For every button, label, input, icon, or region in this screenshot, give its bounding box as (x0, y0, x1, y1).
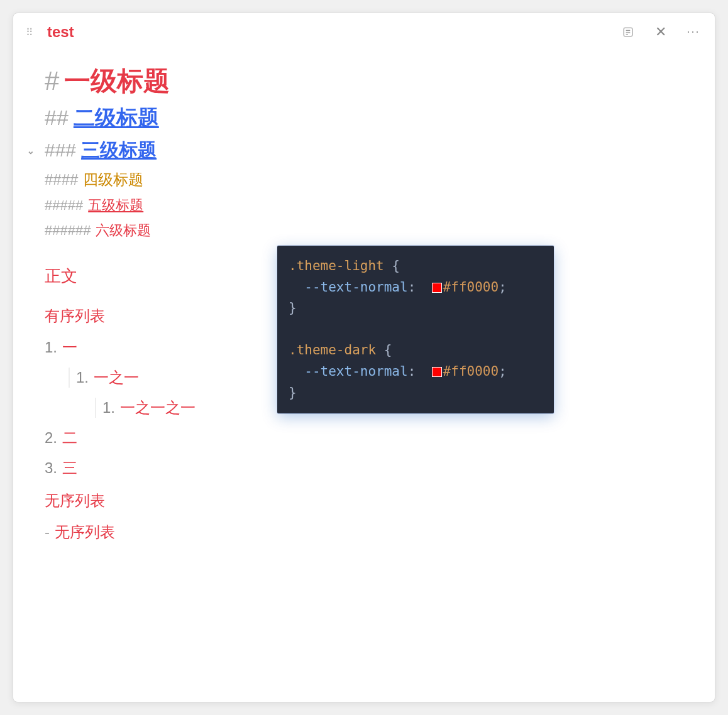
code-line (289, 319, 543, 341)
heading-4-text: 四级标题 (83, 170, 143, 190)
list-text: 一 (62, 337, 77, 358)
list-marker: 3. (45, 459, 57, 477)
heading-2-text: 二级标题 (74, 104, 159, 133)
code-line: .theme-light { (289, 256, 543, 277)
code-snippet-overlay: .theme-light { --text-normal: #ff0000; }… (277, 246, 554, 413)
heading-5-text: 五级标题 (88, 196, 143, 215)
heading-1-text: 一级标题 (64, 63, 170, 99)
bullet-marker: - (45, 523, 50, 541)
list-text: 二 (62, 428, 77, 448)
color-swatch-icon (432, 283, 442, 293)
heading-5[interactable]: ##### 五级标题 (45, 196, 683, 215)
heading-6-text: 六级标题 (96, 221, 151, 240)
list-text: 一之一 (94, 368, 139, 388)
heading-3[interactable]: ⌄ ### 三级标题 (45, 138, 683, 163)
document-title[interactable]: test (47, 23, 619, 41)
fold-chevron-icon[interactable]: ⌄ (27, 146, 35, 156)
list-marker: 1. (76, 369, 89, 386)
heading-hash: ### (45, 139, 76, 161)
heading-hash: # (45, 66, 59, 96)
more-menu-icon[interactable]: ⋮ (685, 23, 702, 41)
list-text: 三 (62, 458, 77, 478)
editor-content[interactable]: # 一级标题 ## 二级标题 ⌄ ### 三级标题 #### 四级标题 ####… (13, 51, 715, 565)
editor-window: ⠿ test ✕ ⋮ # 一级标题 ## 二级标题 ⌄ ### 三级标题 ###… (13, 13, 715, 702)
list-text: 一之一之一 (120, 398, 196, 418)
unordered-list-label[interactable]: 无序列表 (45, 491, 683, 511)
code-line: --text-normal: #ff0000; (289, 277, 543, 298)
heading-3-text: 三级标题 (81, 138, 157, 163)
list-marker: 2. (45, 429, 57, 447)
list-item[interactable]: 2. 二 (45, 428, 683, 448)
heading-1[interactable]: # 一级标题 (45, 63, 683, 99)
list-item[interactable]: 3. 三 (45, 458, 683, 478)
color-swatch-icon (432, 367, 442, 377)
drag-handle-icon[interactable]: ⠿ (26, 26, 32, 38)
titlebar: ⠿ test ✕ ⋮ (13, 13, 715, 51)
heading-hash: ##### (45, 197, 83, 214)
heading-hash: #### (45, 171, 78, 188)
list-marker: 1. (102, 399, 115, 417)
titlebar-actions: ✕ ⋮ (619, 23, 702, 41)
heading-6[interactable]: ###### 六级标题 (45, 221, 683, 240)
code-line: .theme-dark { (289, 340, 543, 361)
close-icon[interactable]: ✕ (652, 23, 670, 41)
code-line: } (289, 383, 543, 404)
heading-hash: ## (45, 106, 69, 130)
list-item[interactable]: - 无序列表 (45, 522, 683, 542)
heading-4[interactable]: #### 四级标题 (45, 170, 683, 190)
reading-mode-icon[interactable] (619, 23, 637, 41)
heading-hash: ###### (45, 222, 91, 239)
code-line: } (289, 298, 543, 319)
code-line: --text-normal: #ff0000; (289, 361, 543, 383)
list-marker: 1. (45, 339, 57, 356)
heading-2[interactable]: ## 二级标题 (45, 104, 683, 133)
list-text: 无序列表 (55, 522, 115, 542)
